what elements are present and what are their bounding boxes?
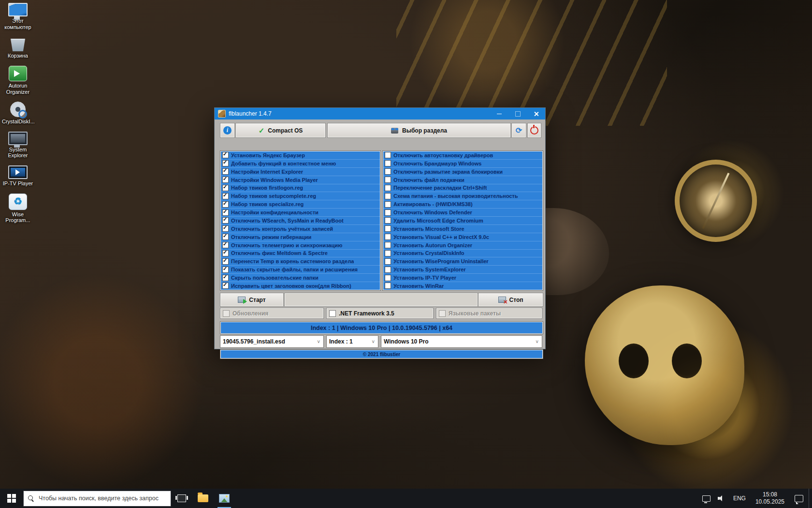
checkbox-icon[interactable] bbox=[222, 258, 229, 265]
start-menu-button[interactable] bbox=[0, 489, 23, 508]
checkbox-icon[interactable] bbox=[385, 193, 391, 199]
close-button[interactable] bbox=[527, 108, 545, 120]
checkbox-icon[interactable] bbox=[222, 225, 229, 232]
list-item[interactable]: Установить WiseProgram Uninstaller bbox=[383, 257, 542, 266]
search-input[interactable] bbox=[38, 494, 166, 502]
net-framework-option[interactable]: .NET Framework 3.5 bbox=[327, 308, 433, 318]
checkbox-icon[interactable] bbox=[222, 275, 229, 281]
list-item[interactable]: Установить Autorun Organizer bbox=[383, 241, 542, 250]
info-button[interactable]: i bbox=[220, 123, 234, 137]
desktop-icon[interactable]: Этот компьютер bbox=[2, 3, 34, 30]
desktop-icon[interactable]: System Explorer bbox=[2, 132, 34, 159]
desktop-icon[interactable]: Корзина bbox=[2, 37, 34, 59]
list-item[interactable]: Скрыть пользовательские папки bbox=[221, 274, 380, 282]
compact-os-button[interactable]: ✓ Compact OS bbox=[236, 123, 325, 137]
list-item[interactable]: Установить IP-TV Player bbox=[383, 274, 542, 282]
action-center-button[interactable] bbox=[789, 489, 809, 508]
list-item[interactable]: Установить Visual C++ и DirectX 9.0c bbox=[383, 233, 542, 241]
taskbar-search[interactable] bbox=[23, 491, 171, 507]
list-item[interactable]: Отключить автоустановку драйверов bbox=[383, 151, 542, 160]
list-item[interactable]: Отключить WSearch, SysMain и ReadyBoot bbox=[221, 217, 380, 225]
list-item[interactable]: Установить Яндекс Браузер bbox=[221, 151, 380, 160]
checkbox-icon[interactable] bbox=[385, 250, 391, 256]
list-item[interactable]: Отключить телеметрию и синхронизацию bbox=[221, 241, 380, 250]
list-item[interactable]: Установить WinRar bbox=[383, 282, 542, 290]
desktop-icon[interactable]: CrystalDiskI... bbox=[2, 102, 34, 125]
edition-select[interactable]: Windows 10 Pro ˅ bbox=[381, 336, 542, 347]
desktop-icon[interactable]: IP-TV Player bbox=[2, 165, 34, 187]
checkbox-icon[interactable] bbox=[385, 225, 391, 232]
exit-button[interactable] bbox=[528, 123, 541, 137]
checkbox-icon[interactable] bbox=[222, 185, 229, 191]
desktop-icon[interactable]: Wise Program... bbox=[2, 194, 34, 224]
list-item[interactable]: Отключить контроль учётных записей bbox=[221, 225, 380, 233]
list-item[interactable]: Набор твиков firstlogon.reg bbox=[221, 184, 380, 193]
checkbox-icon[interactable] bbox=[385, 201, 391, 208]
section-select-button[interactable]: Выбор раздела bbox=[328, 123, 510, 137]
checkbox-icon[interactable] bbox=[222, 234, 229, 240]
list-item[interactable]: Набор твиков setupcomplete.reg bbox=[221, 192, 380, 200]
checkbox-icon[interactable] bbox=[385, 275, 391, 281]
refresh-button[interactable]: ⟳ bbox=[512, 123, 526, 137]
checkbox-icon[interactable] bbox=[385, 283, 391, 289]
checkbox-icon[interactable] bbox=[222, 201, 229, 208]
list-item[interactable]: Установить CrystalDiskInfo bbox=[383, 250, 542, 258]
checkbox-icon[interactable] bbox=[222, 177, 229, 183]
start-button[interactable]: Старт bbox=[220, 293, 283, 306]
checkbox-icon[interactable] bbox=[385, 242, 391, 248]
list-item[interactable]: Удалить Microsoft Edge Chromium bbox=[383, 217, 542, 225]
checkbox-icon[interactable] bbox=[385, 217, 391, 224]
show-desktop-button[interactable] bbox=[809, 489, 812, 508]
list-item[interactable]: Показать скрытые файлы, папки и расширен… bbox=[221, 266, 380, 274]
stop-button[interactable]: Стоп bbox=[478, 293, 543, 306]
taskbar-clock[interactable]: 15:08 10.05.2025 bbox=[751, 491, 789, 506]
list-item[interactable]: Перенести Temp в корень системного разде… bbox=[221, 257, 380, 266]
volume-tray-button[interactable] bbox=[714, 489, 728, 508]
list-item[interactable]: Отключить фикс Meltdown & Spectre bbox=[221, 250, 380, 258]
language-indicator[interactable]: ENG bbox=[728, 489, 751, 508]
checkbox-icon[interactable] bbox=[385, 267, 391, 273]
checkbox-icon[interactable] bbox=[222, 217, 229, 224]
list-item[interactable]: Настройки Windows Media Player bbox=[221, 176, 380, 184]
list-item[interactable]: Установить SystemExplorer bbox=[383, 266, 542, 274]
checkbox-icon[interactable] bbox=[385, 177, 391, 183]
title-bar[interactable]: flblauncher 1.4.7 bbox=[215, 108, 545, 120]
list-item[interactable]: Переключение раскладки Ctrl+Shift bbox=[383, 184, 542, 193]
desktop-icon[interactable]: Autorun Organizer bbox=[2, 66, 34, 95]
checkbox-icon[interactable] bbox=[329, 310, 336, 317]
list-item[interactable]: Добавить функций в контекстное меню bbox=[221, 160, 380, 168]
checkbox-icon[interactable] bbox=[222, 152, 229, 158]
list-item[interactable]: Схема питания - высокая производительнос… bbox=[383, 192, 542, 200]
list-item[interactable]: Отключить режим гибернации bbox=[221, 233, 380, 241]
checkbox-icon[interactable] bbox=[222, 160, 229, 166]
checkbox-icon[interactable] bbox=[222, 193, 229, 199]
list-item[interactable]: Активировать - (HWID/KMS38) bbox=[383, 200, 542, 209]
checkbox-icon[interactable] bbox=[385, 160, 391, 166]
list-item[interactable]: Отключить Брандмауэр Windows bbox=[383, 160, 542, 168]
list-item[interactable]: Настройки Internet Explorer bbox=[221, 168, 380, 176]
checkbox-icon[interactable] bbox=[222, 250, 229, 256]
list-item[interactable]: Набор твиков specialize.reg bbox=[221, 200, 380, 209]
checkbox-icon[interactable] bbox=[385, 234, 391, 240]
list-item[interactable]: Настройки конфиденциальности bbox=[221, 209, 380, 217]
checkbox-icon[interactable] bbox=[222, 242, 229, 248]
list-item[interactable]: Исправить цвет заголовков окон(для Ribbo… bbox=[221, 282, 380, 290]
list-item[interactable]: Отключить Windows Defender bbox=[383, 209, 542, 217]
minimize-button[interactable] bbox=[490, 108, 508, 120]
task-view-button[interactable] bbox=[171, 489, 192, 508]
list-item[interactable]: Отключить размытие экрана блокировки bbox=[383, 168, 542, 176]
display-tray-button[interactable] bbox=[699, 489, 714, 508]
checkbox-icon[interactable] bbox=[222, 283, 229, 289]
image-file-select[interactable]: 19045.5796_install.esd ˅ bbox=[220, 336, 323, 347]
checkbox-icon[interactable] bbox=[222, 168, 229, 175]
checkbox-icon[interactable] bbox=[385, 152, 391, 158]
list-item[interactable]: Установить Microsoft Store bbox=[383, 225, 542, 233]
list-item[interactable]: Отключить файл подкачки bbox=[383, 176, 542, 184]
checkbox-icon[interactable] bbox=[385, 185, 391, 191]
checkbox-icon[interactable] bbox=[222, 209, 229, 216]
checkbox-icon[interactable] bbox=[385, 258, 391, 265]
checkbox-icon[interactable] bbox=[385, 168, 391, 175]
maximize-button[interactable] bbox=[508, 108, 527, 120]
index-select[interactable]: Index : 1 ˅ bbox=[327, 336, 378, 347]
flblauncher-taskbar-button[interactable] bbox=[214, 489, 235, 508]
